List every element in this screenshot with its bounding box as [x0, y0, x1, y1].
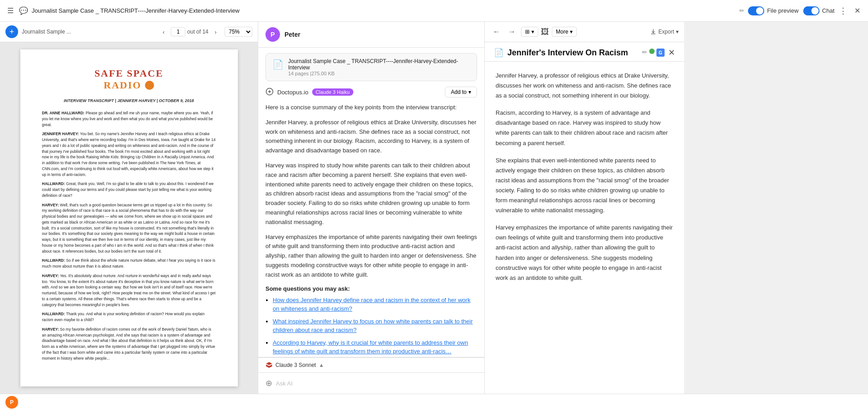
chat-file-meta: 14 pages |275.00 KB	[288, 71, 470, 76]
doc-img-btn[interactable]: 🖼	[541, 27, 549, 37]
chat-file-name: Journalist Sample Case _ TRANSCRIPT----J…	[288, 58, 470, 71]
chat-tools: Doctopus.io Claude 3 Haiku Add to ▾	[258, 87, 484, 103]
bottom-avatar[interactable]: P	[5, 396, 18, 409]
pdf-header: INTERVIEW TRANSCRIPT | JENNIFER HARVEY |…	[42, 98, 216, 103]
main-layout: + Journalist Sample ... ‹ out of 14 › 75…	[0, 22, 868, 394]
chat-question-link[interactable]: How does Jennifer Harvey define race and…	[273, 297, 470, 312]
file-preview-toggle[interactable]	[748, 6, 764, 15]
menu-icon[interactable]: ☰	[5, 5, 15, 17]
chat-questions-heading: Some questions you may ask:	[265, 285, 477, 292]
pdf-zoom-select[interactable]: 75% 100% 125%	[225, 27, 252, 37]
logo-line2: RADIO	[42, 79, 216, 91]
chat-question-link[interactable]: According to Harvey, why is it crucial f…	[273, 339, 468, 355]
file-icon: 💬	[19, 6, 28, 15]
pdf-content: SAFE SPACE RADIO INTERVIEW TRANSCRIPT | …	[0, 42, 258, 394]
file-preview-toggle-group: File preview	[748, 6, 798, 15]
doc-title: Jennifer's Interview On Racism	[507, 48, 638, 58]
chat-label: Chat	[822, 7, 834, 14]
chat-input-area: ⊕ Ask AI	[258, 372, 484, 394]
doc-content: Jennifer Harvey, a professor of religiou…	[485, 62, 684, 394]
doc-green-dot	[649, 49, 655, 54]
document-title: Journalist Sample Case _ TRANSCRIPT----J…	[32, 7, 736, 14]
chat-questions-list: How does Jennifer Harvey define race and…	[265, 296, 477, 356]
pdf-breadcrumb: Journalist Sample ...	[22, 29, 154, 35]
chat-file-details: Journalist Sample Case _ TRANSCRIPT----J…	[288, 58, 470, 76]
add-to-button[interactable]: Add to ▾	[445, 87, 477, 98]
doc-title-icons: ✏ G	[642, 49, 665, 57]
pdf-page-total: out of 14	[187, 29, 208, 35]
chat-avatar: P	[265, 27, 280, 42]
doc-back-btn[interactable]: ←	[490, 25, 503, 38]
doc-title-bar: 📄 Jennifer's Interview On Racism ✏ G ✕	[485, 42, 684, 62]
chat-panel: P Peter 📄 Journalist Sample Case _ TRANS…	[258, 22, 485, 394]
pdf-page-input[interactable]	[171, 27, 185, 36]
chat-file-info: 📄 Journalist Sample Case _ TRANSCRIPT---…	[265, 53, 477, 81]
doc-g-icon: G	[656, 49, 665, 57]
logo-line1: SAFE SPACE	[42, 68, 216, 79]
chat-toggle[interactable]	[803, 6, 820, 15]
logo: SAFE SPACE RADIO	[42, 68, 216, 91]
add-button[interactable]: +	[5, 25, 18, 38]
chat-expand-btn[interactable]: ⊕	[265, 378, 272, 388]
chat-summary: Here is a concise summary of the key poi…	[265, 103, 477, 280]
pdf-prev-btn[interactable]: ‹	[158, 26, 169, 37]
doc-topbar: ← → ⊞ ▾ 🖼 More ▾ Export ▾	[485, 22, 684, 42]
chat-footer-chevron[interactable]: ▲	[318, 362, 324, 368]
title-edit-icon[interactable]: ✏	[739, 7, 744, 14]
doc-file-icon: 📄	[494, 48, 504, 58]
pdf-nav: ‹ out of 14 ›	[158, 26, 221, 37]
chat-footer-model: Claude 3 Sonnet	[275, 362, 316, 368]
topbar: ☰ 💬 Journalist Sample Case _ TRANSCRIPT-…	[0, 0, 868, 22]
doc-panel: ← → ⊞ ▾ 🖼 More ▾ Export ▾ 📄 Jennifer's I…	[485, 22, 684, 394]
chat-messages: Here is a concise summary of the key poi…	[258, 103, 484, 357]
chat-questions: Some questions you may ask: How does Jen…	[265, 285, 477, 356]
chat-tool-logo	[265, 88, 274, 97]
doc-view-btn[interactable]: ⊞ ▾	[521, 27, 538, 37]
toggle-knob	[756, 7, 763, 15]
chat-user-name: Peter	[285, 31, 300, 38]
toggle-knob-chat	[811, 7, 819, 15]
chat-tool-name: Doctopus.io	[277, 89, 309, 96]
chat-header: P Peter	[258, 22, 484, 48]
doc-export-btn[interactable]: Export ▾	[650, 29, 679, 35]
doc-more-btn[interactable]: More ▾	[552, 27, 577, 37]
close-icon[interactable]: ✕	[852, 5, 863, 16]
chat-tool-badge: Claude 3 Haiku	[312, 88, 353, 96]
chat-question-link[interactable]: What inspired Jennifer Harvey to focus o…	[273, 318, 473, 334]
chat-toggle-group: Chat	[803, 6, 834, 15]
more-icon[interactable]: ⋮	[839, 6, 847, 16]
doc-edit-icon[interactable]: ✏	[642, 49, 647, 57]
pdf-toolbar: + Journalist Sample ... ‹ out of 14 › 75…	[0, 22, 258, 42]
doc-forward-btn[interactable]: →	[506, 25, 518, 38]
pdf-panel: + Journalist Sample ... ‹ out of 14 › 75…	[0, 22, 258, 394]
chat-file-icon: 📄	[272, 59, 284, 70]
topbar-right: File preview Chat ⋮ ✕	[748, 5, 863, 16]
doc-close-btn[interactable]: ✕	[668, 48, 675, 58]
chat-input-placeholder[interactable]: Ask AI	[276, 380, 477, 387]
pdf-page: SAFE SPACE RADIO INTERVIEW TRANSCRIPT | …	[20, 49, 238, 386]
pdf-body: DR. ANNE HALLWARD: Please go ahead and t…	[42, 110, 216, 361]
chat-footer-ai: Claude 3 Sonnet ▲	[258, 357, 484, 372]
file-preview-label: File preview	[767, 7, 798, 14]
pdf-next-btn[interactable]: ›	[210, 26, 221, 37]
chat-footer: Claude 3 Sonnet ▲ ⊕ Ask AI	[258, 357, 484, 394]
bottom-bar: P	[0, 394, 868, 410]
